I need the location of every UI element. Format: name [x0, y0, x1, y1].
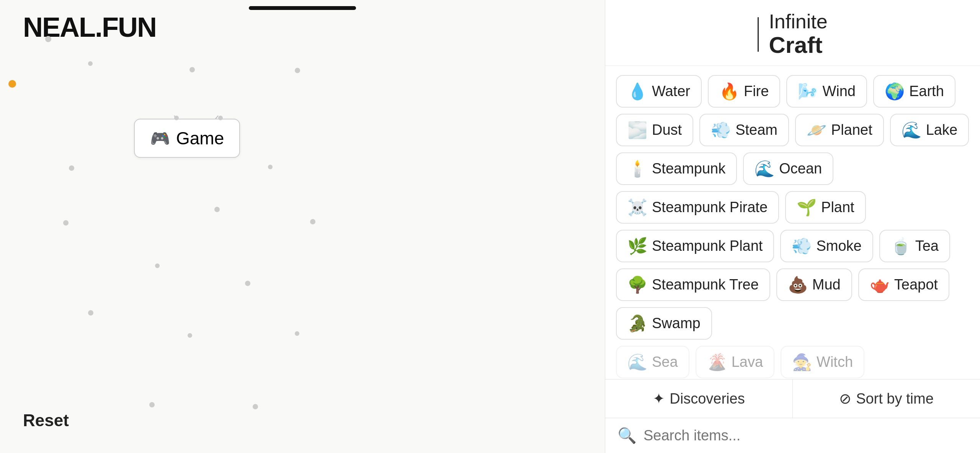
item-chip[interactable]: 🌊Ocean	[743, 152, 833, 185]
item-label: Swamp	[652, 315, 701, 332]
item-emoji: 🌍	[885, 82, 905, 101]
item-label: Steampunk Tree	[652, 276, 759, 293]
items-area[interactable]: 💧Water🔥Fire🌬️Wind🌍Earth🌫️Dust💨Steam🪐Plan…	[605, 66, 980, 379]
decorative-dot	[63, 220, 69, 226]
item-chip[interactable]: 🌳Steampunk Tree	[616, 268, 770, 301]
decorative-dot	[45, 36, 51, 42]
decorative-dot	[174, 116, 179, 120]
sort-label: Sort by time	[856, 391, 934, 407]
item-emoji: 🌋	[707, 353, 727, 371]
bottom-actions: ✦ Discoveries ⊘ Sort by time	[605, 379, 980, 418]
item-chip[interactable]: 🌿Steampunk Plant	[616, 230, 774, 262]
decorative-dot	[88, 310, 93, 316]
search-icon: 🔍	[617, 427, 637, 445]
craft-infinite: Infinite	[769, 11, 827, 33]
item-label: Smoke	[816, 238, 861, 254]
discoveries-button[interactable]: ✦ Discoveries	[605, 379, 793, 418]
connector-lines	[0, 0, 605, 453]
item-label: Lake	[926, 122, 957, 138]
craft-title: Infinite Craft	[769, 11, 827, 58]
item-chip-partial[interactable]: 🌋Lava	[696, 346, 774, 378]
sort-button[interactable]: ⊘ Sort by time	[793, 379, 980, 418]
item-emoji: 🌫️	[627, 121, 647, 139]
game-label: Game	[176, 128, 224, 149]
item-chip[interactable]: 💩Mud	[776, 268, 852, 301]
item-label: Steampunk Plant	[652, 238, 763, 254]
item-chip[interactable]: 🐊Swamp	[616, 307, 712, 340]
decorative-dot	[310, 219, 315, 224]
item-label: Plant	[821, 199, 854, 216]
item-label: Lava	[732, 354, 763, 370]
item-label: Steampunk	[652, 160, 725, 177]
search-bar: 🔍	[605, 418, 980, 453]
item-emoji: 🌊	[902, 121, 921, 139]
item-label: Steam	[735, 122, 777, 138]
search-input[interactable]	[644, 427, 968, 444]
item-chip[interactable]: 🫖Teapot	[858, 268, 949, 301]
item-label: Water	[652, 83, 690, 100]
decorative-dot	[189, 67, 195, 72]
item-chip[interactable]: 🌫️Dust	[616, 114, 693, 146]
item-chip[interactable]: 🕯️Steampunk	[616, 152, 737, 185]
item-label: Ocean	[779, 160, 822, 177]
item-chip[interactable]: 🪐Planet	[795, 114, 884, 146]
item-emoji: 💨	[792, 237, 812, 255]
item-label: Earth	[909, 83, 944, 100]
item-chip[interactable]: 🌍Earth	[873, 75, 956, 108]
item-chip[interactable]: ☠️Steampunk Pirate	[616, 191, 779, 224]
craft-title-bar: Infinite Craft	[758, 11, 827, 58]
item-label: Tea	[915, 238, 939, 254]
sidebar: Infinite Craft 💧Water🔥Fire🌬️Wind🌍Earth🌫️…	[605, 0, 980, 453]
item-chip-partial[interactable]: 🌊Sea	[616, 346, 689, 378]
decorative-dot	[69, 165, 74, 171]
item-emoji: 🌱	[797, 198, 817, 217]
item-chip[interactable]: 💧Water	[616, 75, 702, 108]
item-chip[interactable]: 🌬️Wind	[786, 75, 867, 108]
canvas-area: NEAL.FUN 🎮 Game Reset	[0, 0, 605, 453]
item-emoji: 🫖	[870, 275, 890, 294]
item-label: Witch	[817, 354, 853, 370]
discoveries-icon: ✦	[653, 390, 665, 407]
craft-craft: Craft	[769, 33, 827, 58]
home-bar	[249, 6, 356, 10]
item-chip[interactable]: 🌊Lake	[890, 114, 969, 146]
game-element[interactable]: 🎮 Game	[134, 119, 240, 158]
item-emoji: 🌿	[627, 237, 647, 255]
item-emoji: ☠️	[627, 198, 647, 217]
item-emoji: 🔥	[719, 82, 739, 101]
item-chip[interactable]: 🌱Plant	[785, 191, 866, 224]
decorative-dot	[149, 402, 155, 407]
decorative-dot	[188, 333, 192, 338]
item-chip[interactable]: 🔥Fire	[708, 75, 780, 108]
item-emoji: 🍵	[891, 237, 911, 255]
decorative-dot	[295, 68, 300, 73]
decorative-dot	[8, 80, 16, 88]
item-emoji: 🌳	[627, 275, 647, 294]
item-chip[interactable]: 🍵Tea	[879, 230, 950, 262]
item-emoji: 🌊	[755, 159, 774, 178]
items-grid: 💧Water🔥Fire🌬️Wind🌍Earth🌫️Dust💨Steam🪐Plan…	[616, 75, 969, 340]
item-emoji: 🪐	[807, 121, 826, 139]
decorative-dot	[218, 116, 223, 120]
decorative-dot	[155, 263, 160, 268]
item-chip-partial[interactable]: 🧙Witch	[781, 346, 864, 378]
item-label: Dust	[652, 122, 682, 138]
partial-row: 🌊Sea🌋Lava🧙Witch	[616, 346, 969, 378]
item-emoji: 💩	[788, 275, 808, 294]
item-chip[interactable]: 💨Smoke	[780, 230, 873, 262]
item-chip[interactable]: 💨Steam	[699, 114, 789, 146]
item-emoji: 💧	[627, 82, 647, 101]
bottom-bar: ✦ Discoveries ⊘ Sort by time 🔍	[605, 379, 980, 453]
decorative-dot	[245, 281, 250, 286]
item-emoji: 🧙	[792, 353, 812, 371]
neal-logo[interactable]: NEAL.FUN	[23, 11, 156, 43]
item-emoji: 💨	[711, 121, 731, 139]
item-emoji: 🌬️	[798, 82, 818, 101]
item-label: Wind	[822, 83, 856, 100]
item-label: Sea	[652, 354, 678, 370]
item-label: Fire	[744, 83, 769, 100]
game-emoji: 🎮	[150, 129, 170, 148]
item-emoji: 🌊	[627, 353, 647, 371]
item-label: Mud	[812, 276, 841, 293]
reset-button[interactable]: Reset	[23, 411, 69, 430]
